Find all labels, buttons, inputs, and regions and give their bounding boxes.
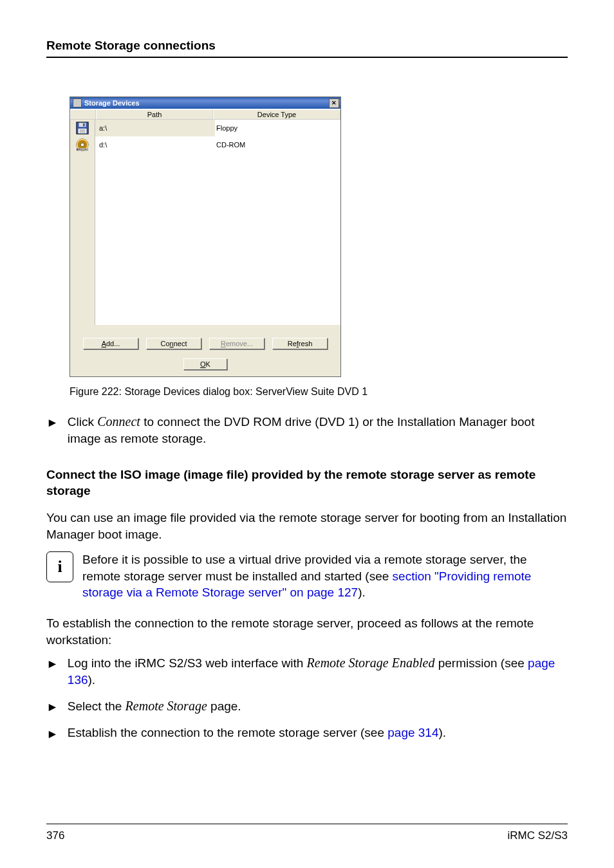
figure-caption: Figure 222: Storage Devices dialog box: … [70,386,568,398]
svg-text:CDROM: CDROM [79,148,89,151]
bullet-marker-icon: ► [46,413,59,447]
svg-point-9 [80,143,84,147]
storage-devices-dialog: Storage Devices ✕ Path Device Type a:\ F… [70,97,341,377]
info-note: i Before it is possible to use a virtual… [46,551,568,601]
column-header-icon [70,109,96,120]
list-empty-area [70,153,340,325]
add-button[interactable]: Add... [83,338,138,349]
section-header: Remote Storage connections [46,39,568,58]
floppy-icon [70,120,95,136]
table-row[interactable]: a:\ Floppy [70,120,340,136]
subheading: Connect the ISO image (image file) provi… [46,466,568,499]
action-step: ► Log into the iRMC S2/S3 web interface … [46,654,568,688]
dialog-titlebar: Storage Devices ✕ [70,97,340,109]
page-number: 376 [46,829,64,842]
connect-button[interactable]: Connect [146,338,201,349]
action-step: ► Select the Remote Storage page. [46,697,568,716]
bullet-marker-icon: ► [46,725,59,743]
document-id: iRMC S2/S3 [507,829,568,842]
cdrom-icon: CDROM [70,136,95,153]
table-header-row: Path Device Type [70,109,340,120]
table-row[interactable]: CDROM d:\ CD-ROM [70,136,340,153]
remove-button[interactable]: Remove... [209,338,265,349]
column-header-type: Device Type [213,109,340,120]
figure-container: Storage Devices ✕ Path Device Type a:\ F… [70,97,568,377]
close-icon[interactable]: ✕ [329,98,339,108]
window-icon [73,98,82,107]
page-footer: 376 iRMC S2/S3 [46,824,568,842]
action-step: ► Establish the connection to the remote… [46,725,568,743]
info-icon: i [46,551,73,582]
svg-rect-2 [83,124,85,127]
svg-rect-1 [79,123,86,127]
paragraph: To establish the connection to the remot… [46,615,568,648]
row-path: d:\ [95,136,215,153]
row-type: Floppy [215,120,340,136]
row-path: a:\ [95,120,215,136]
cross-reference-link[interactable]: page 314 [387,726,438,739]
row-type: CD-ROM [215,136,340,153]
bullet-marker-icon: ► [46,654,59,688]
dialog-button-area: Add... Connect Remove... Refresh OK [70,325,340,376]
dialog-title: Storage Devices [84,99,140,107]
column-header-path: Path [96,109,213,120]
bullet-marker-icon: ► [46,697,59,716]
action-step: ► Click Connect to connect the DVD ROM d… [46,413,568,447]
refresh-button[interactable]: Refresh [272,338,328,349]
ok-button[interactable]: OK [183,358,227,370]
paragraph: You can use an image file provided via t… [46,510,568,542]
